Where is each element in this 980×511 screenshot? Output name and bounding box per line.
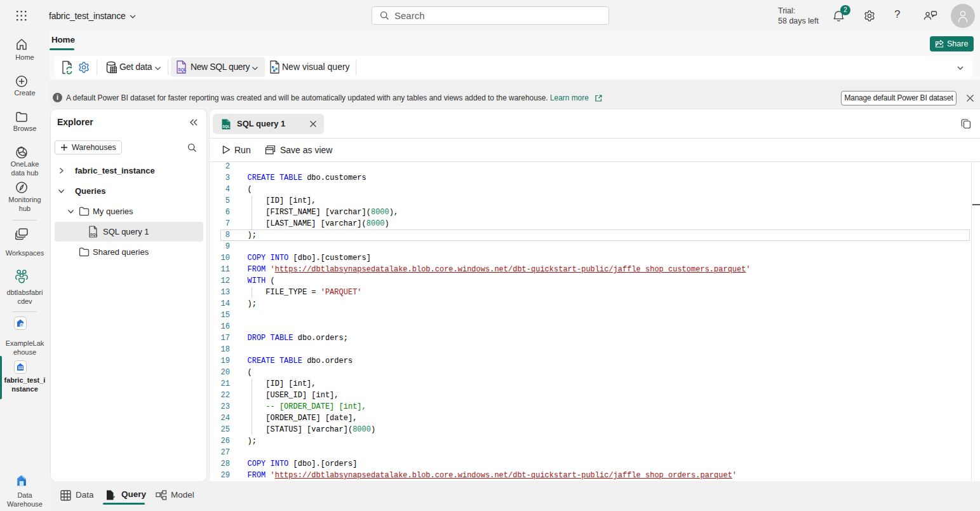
svg-text:SQL: SQL: [222, 125, 230, 128]
svg-text:SQL: SQL: [90, 233, 98, 236]
svg-text:SQL: SQL: [178, 67, 186, 72]
